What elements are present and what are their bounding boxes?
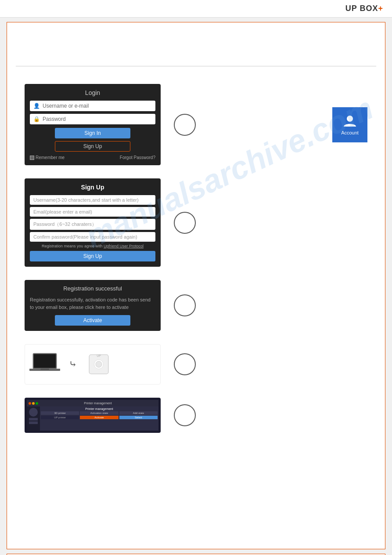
user-icon: 👤 [33,103,40,109]
mgmt-data-row: UP printer Activate Select [41,416,158,419]
mgmt-activate-cell[interactable]: Activate [80,416,118,419]
step-5-row: Printer management Printer management 3D… [25,398,367,433]
login-footer: Remember me Forgot Password? [30,155,155,160]
success-body: Registration successfully, activation co… [30,296,155,311]
username-placeholder: Username or e-mail [43,103,89,109]
mgmt-col-2: Activation state [80,411,118,415]
step-5-circle [174,404,196,426]
usb-symbol: ⤷ [69,359,77,370]
svg-rect-2 [34,354,56,368]
activate-button[interactable]: Activate [55,315,130,326]
step-3-circle [174,294,196,316]
step-4-row: ⤷ UP [25,344,367,385]
svg-point-0 [347,116,353,122]
success-title: Registration successful [30,285,155,292]
screenshot-header: Printer management [27,400,158,406]
header-area [16,31,376,66]
printer-3d-icon: UP [81,349,116,380]
top-bar: UP BOX+ [0,0,392,18]
logo-accent: + [378,4,383,13]
login-panel: Login 👤 Username or e-mail 🔒 Password Si… [25,84,161,165]
signup-confirm-input[interactable]: Confirm password(Please input password a… [30,232,155,242]
printer-management-screenshot: Printer management Printer management 3D… [25,398,161,433]
step-3-row: Registration successful Registration suc… [25,280,367,331]
signup-submit-button[interactable]: Sign Up [30,251,155,261]
signup-username-input[interactable]: Username(3-20 characters,and start with … [30,195,155,205]
remember-checkbox[interactable] [30,156,34,160]
connection-diagram: ⤷ UP [25,344,161,385]
account-label: Account [341,130,359,135]
forgot-password-link[interactable]: Forgot Password? [120,155,155,160]
signup-panel: Sign Up Username(3-20 characters,and sta… [25,178,161,267]
signup-password-input[interactable]: Password（6~32 charaters） [30,219,155,230]
success-panel: Registration successful Registration suc… [25,280,161,331]
account-box[interactable]: Account [332,107,367,142]
signup-button-login[interactable]: Sign Up [55,141,130,152]
mgmt-col-3: Add state [119,411,158,415]
mgmt-header-title: Printer management [39,402,157,405]
signup-terms: Registration means you agree with Upfrie… [30,244,155,248]
screenshot-body: Printer management 3D printer Activation… [27,406,158,431]
step-1-row: Login 👤 Username or e-mail 🔒 Password Si… [25,84,367,165]
terms-link[interactable]: Upfriend User Protocol [104,244,144,248]
mgmt-title: Printer management [41,407,158,410]
steps-container: Login 👤 Username or e-mail 🔒 Password Si… [16,80,376,437]
logo: UP BOX+ [345,4,383,13]
mgmt-select-cell[interactable]: Select [119,416,158,419]
svg-text:UP: UP [97,354,101,357]
account-person-icon [343,114,357,128]
mgmt-table-header: 3D printer Activation state Add state [41,411,158,415]
password-input-row[interactable]: 🔒 Password [30,114,155,124]
password-placeholder: Password [43,116,66,122]
login-title: Login [30,89,155,96]
screenshot-sidebar [27,406,40,431]
signup-title: Sign Up [30,184,155,191]
lock-icon: 🔒 [33,116,40,122]
mgmt-col-1: 3D printer [41,411,79,415]
svg-rect-4 [40,369,49,370]
step-2-row: Sign Up Username(3-20 characters,and sta… [25,178,367,267]
step-4-circle [174,353,196,375]
signin-button[interactable]: Sign In [55,128,130,138]
step-1-circle [174,114,196,136]
main-content: manualsarchive.com Login 👤 Username or e… [7,22,385,549]
signup-email-input[interactable]: Email(please enter a email) [30,207,155,217]
svg-point-7 [96,361,102,367]
remember-me[interactable]: Remember me [30,155,65,160]
mgmt-printer-name: UP printer [41,416,79,419]
laptop-icon [29,351,65,377]
remember-label: Remember me [36,155,65,160]
step-2-circle [174,212,196,234]
screenshot-main: Printer management 3D printer Activation… [40,406,158,431]
username-input-row[interactable]: 👤 Username or e-mail [30,101,155,111]
